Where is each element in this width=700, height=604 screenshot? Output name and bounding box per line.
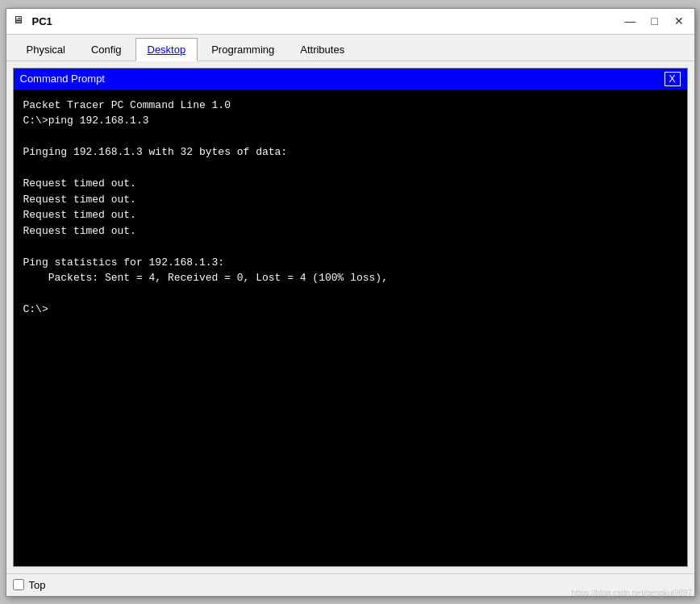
tab-bar: Physical Config Desktop Programming Attr… [6,35,694,61]
tab-physical[interactable]: Physical [15,38,77,60]
command-prompt-window: Command Prompt X Packet Tracer PC Comman… [13,68,688,567]
top-checkbox[interactable] [13,579,24,590]
watermark: https://blog.csdn.net/gengkui9897 [571,589,692,598]
cmd-output: Packet Tracer PC Command Line 1.0 C:\>pi… [23,98,677,318]
cmd-body[interactable]: Packet Tracer PC Command Line 1.0 C:\>pi… [14,90,687,566]
cmd-title-label: Command Prompt [20,73,105,85]
top-label: Top [29,579,46,591]
app-icon: 🖥 [13,14,27,28]
tab-desktop[interactable]: Desktop [135,38,198,61]
minimize-button[interactable]: — [622,12,640,30]
cmd-title-bar: Command Prompt X [14,69,687,90]
tab-attributes[interactable]: Attributes [288,38,356,60]
window-title: PC1 [32,15,52,27]
title-bar: 🖥 PC1 — □ ✕ [6,9,694,35]
main-window: 🖥 PC1 — □ ✕ Physical Config Desktop Prog… [6,8,695,597]
cmd-close-button[interactable]: X [665,72,681,86]
tab-config[interactable]: Config [79,38,134,60]
title-left: 🖥 PC1 [13,14,52,28]
content-area: Command Prompt X Packet Tracer PC Comman… [6,61,694,573]
tab-programming[interactable]: Programming [199,38,286,60]
close-button[interactable]: ✕ [670,12,688,30]
maximize-button[interactable]: □ [646,12,664,30]
title-controls: — □ ✕ [622,12,688,30]
